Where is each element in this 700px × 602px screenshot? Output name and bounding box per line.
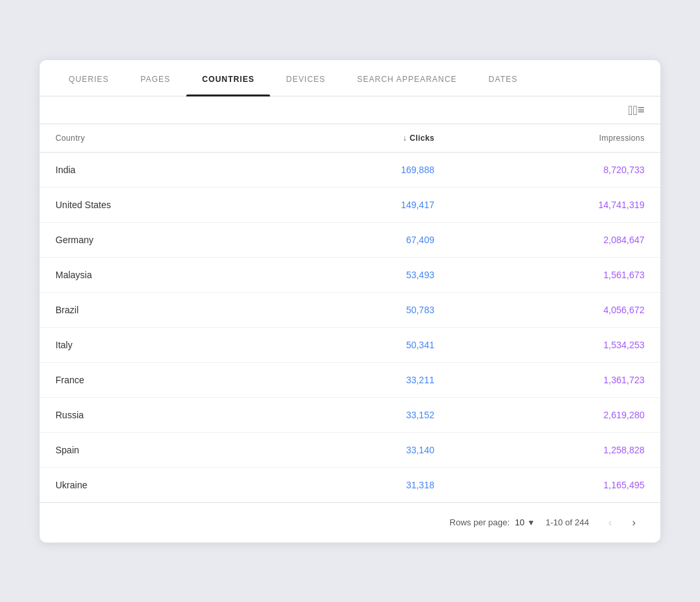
cell-impressions: 8,720,733	[450, 152, 660, 187]
table-row: Russia 33,152 2,619,280	[40, 397, 660, 432]
cell-country: Spain	[40, 432, 275, 467]
page-info: 1-10 of 244	[545, 517, 589, 527]
sort-arrow-icon: ↓	[403, 133, 407, 143]
cell-impressions: 1,165,495	[450, 467, 660, 502]
cell-country: United States	[40, 187, 275, 222]
cell-country: India	[40, 152, 275, 187]
rows-per-page-value: 10	[515, 517, 524, 527]
cell-country: Ukraine	[40, 467, 275, 502]
table-row: France 33,211 1,361,723	[40, 362, 660, 397]
cell-impressions: 4,056,672	[450, 292, 660, 327]
table-row: India 169,888 8,720,733	[40, 152, 660, 187]
data-table: Country ↓Clicks Impressions India 169,88…	[40, 124, 660, 502]
cell-clicks: 50,341	[275, 327, 450, 362]
table-row: United States 149,417 14,741,319	[40, 187, 660, 222]
cell-clicks: 31,318	[275, 467, 450, 502]
table-row: Brazil 50,783 4,056,672	[40, 292, 660, 327]
table-row: Italy 50,341 1,534,253	[40, 327, 660, 362]
col-header-country: Country	[40, 124, 275, 153]
table-header-row: Country ↓Clicks Impressions	[40, 124, 660, 153]
cell-impressions: 2,084,647	[450, 222, 660, 257]
tabs-bar: QUERIES PAGES COUNTRIES DEVICES SEARCH A…	[40, 60, 660, 96]
prev-page-button[interactable]: ‹	[600, 512, 621, 533]
table-row: Ukraine 31,318 1,165,495	[40, 467, 660, 502]
pagination-bar: Rows per page: 10 ▼ 1-10 of 244 ‹ ›	[40, 502, 660, 543]
filter-button[interactable]: ≡	[637, 103, 645, 118]
cell-impressions: 1,361,723	[450, 362, 660, 397]
tab-countries[interactable]: COUNTRIES	[186, 60, 270, 96]
chevron-down-icon: ▼	[527, 518, 535, 527]
next-page-button[interactable]: ›	[623, 512, 645, 533]
rows-per-page: Rows per page: 10 ▼	[450, 517, 535, 527]
cell-clicks: 149,417	[275, 187, 450, 222]
cell-country: Germany	[40, 222, 275, 257]
cell-impressions: 2,619,280	[450, 397, 660, 432]
table-row: Germany 67,409 2,084,647	[40, 222, 660, 257]
cell-clicks: 33,140	[275, 432, 450, 467]
page-navigation: ‹ ›	[600, 512, 645, 533]
table-row: Malaysia 53,493 1,561,673	[40, 257, 660, 292]
col-header-impressions[interactable]: Impressions	[450, 124, 660, 153]
tab-dates[interactable]: DATES	[473, 60, 534, 96]
main-card: QUERIES PAGES COUNTRIES DEVICES SEARCH A…	[40, 60, 660, 543]
tab-queries[interactable]: QUERIES	[53, 60, 125, 96]
tab-devices[interactable]: DEVICES	[270, 60, 341, 96]
tab-search-appearance[interactable]: SEARCH APPEARANCE	[341, 60, 473, 96]
table-row: Spain 33,140 1,258,828	[40, 432, 660, 467]
cell-clicks: 50,783	[275, 292, 450, 327]
col-header-clicks[interactable]: ↓Clicks	[275, 124, 450, 153]
rows-per-page-label: Rows per page:	[450, 517, 510, 527]
cell-impressions: 1,258,828	[450, 432, 660, 467]
cell-clicks: 53,493	[275, 257, 450, 292]
cell-country: France	[40, 362, 275, 397]
cell-clicks: 33,152	[275, 397, 450, 432]
cell-clicks: 67,409	[275, 222, 450, 257]
cell-clicks: 33,211	[275, 362, 450, 397]
cell-country: Brazil	[40, 292, 275, 327]
cell-country: Russia	[40, 397, 275, 432]
filter-row: ☰⃣ ≡	[40, 96, 660, 124]
cell-country: Italy	[40, 327, 275, 362]
rows-per-page-select[interactable]: 10 ▼	[515, 517, 535, 527]
cell-impressions: 1,534,253	[450, 327, 660, 362]
cell-clicks: 169,888	[275, 152, 450, 187]
cell-impressions: 14,741,319	[450, 187, 660, 222]
cell-country: Malaysia	[40, 257, 275, 292]
tab-pages[interactable]: PAGES	[125, 60, 186, 96]
cell-impressions: 1,561,673	[450, 257, 660, 292]
filter-icon[interactable]: ☰⃣	[628, 103, 638, 118]
